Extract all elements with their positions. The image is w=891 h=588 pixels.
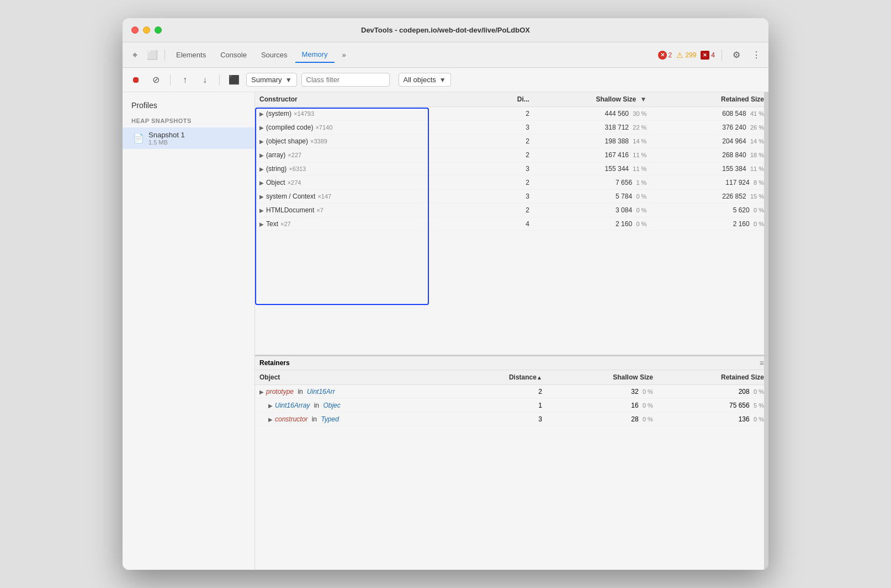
- object-name: constructor: [275, 415, 307, 423]
- in-text: in: [310, 415, 319, 423]
- more-icon[interactable]: ⋮: [749, 47, 764, 63]
- devtools-window: DevTools - codepen.io/web-dot-dev/live/P…: [123, 18, 768, 570]
- snapshot-icon: 📄: [133, 133, 144, 143]
- distance-cell: 2: [490, 148, 534, 162]
- constructor-name: HTMLDocument: [266, 206, 314, 214]
- tab-bar: Elements Console Sources Memory »: [169, 47, 353, 63]
- all-objects-dropdown[interactable]: All objects ▼: [399, 73, 451, 87]
- retainer-scrollbar[interactable]: [764, 356, 768, 570]
- minimize-button[interactable]: [143, 26, 150, 34]
- object-name: Uint16Array: [275, 402, 310, 409]
- error-badge-2[interactable]: ✕ 4: [701, 51, 715, 60]
- table-row[interactable]: ▶ (object shape) ×3389 2 198 388 14 % 20…: [255, 135, 768, 148]
- retainer-distance-cell: 2: [477, 385, 547, 399]
- count-label: ×147: [317, 193, 331, 200]
- tab-sources[interactable]: Sources: [254, 47, 294, 62]
- expand-arrow-icon[interactable]: ▶: [259, 207, 264, 213]
- retainer-shallow-cell: 16 0 %: [547, 399, 657, 413]
- heap-table: Constructor Di... Shallow Size ▼ Retaine…: [255, 92, 768, 231]
- collect-icon[interactable]: ⬛: [226, 72, 242, 88]
- table-row[interactable]: ▶ Object ×274 2 7 656 1 % 117 924 8 %: [255, 176, 768, 190]
- constructor-cell: ▶ (string) ×6313: [255, 162, 490, 176]
- table-row[interactable]: ▶ HTMLDocument ×7 2 3 084 0 % 5 620 0 %: [255, 204, 768, 217]
- snapshot-info: Snapshot 1 1.5 MB: [148, 131, 185, 146]
- constructor-name: system / Context: [266, 193, 315, 200]
- tab-elements[interactable]: Elements: [169, 47, 213, 62]
- settings-icon[interactable]: ⚙: [729, 47, 744, 63]
- expand-arrow-icon[interactable]: ▶: [259, 111, 264, 117]
- tab-memory[interactable]: Memory: [295, 47, 335, 63]
- shallow-cell: 7 656 1 %: [534, 176, 651, 190]
- distance-cell: 3: [490, 121, 534, 135]
- class-filter-input[interactable]: [301, 73, 390, 87]
- expand-arrow-icon[interactable]: ▶: [268, 416, 273, 423]
- expand-arrow-icon[interactable]: ▶: [259, 180, 264, 186]
- count-label: ×3389: [310, 138, 327, 145]
- retainer-section: Retainers ≡ Object Distance▲ Shallow Siz…: [255, 355, 768, 570]
- stop-icon[interactable]: ⊘: [148, 72, 163, 88]
- table-row[interactable]: ▶ (string) ×6313 3 155 344 11 % 155 384 …: [255, 162, 768, 176]
- summary-label: Summary: [251, 76, 282, 84]
- expand-arrow-icon[interactable]: ▶: [259, 152, 264, 158]
- record-icon[interactable]: ⏺: [128, 72, 144, 88]
- expand-arrow-icon[interactable]: ▶: [259, 221, 264, 227]
- count-label: ×14793: [294, 110, 314, 117]
- summary-dropdown[interactable]: Summary ▼: [246, 73, 297, 87]
- action-separator-1: [170, 74, 171, 85]
- snapshot-item[interactable]: 📄 Snapshot 1 1.5 MB: [123, 127, 254, 149]
- count-label: ×27: [280, 221, 291, 227]
- distance-cell: 3: [490, 162, 534, 176]
- shallow-cell: 2 160 0 %: [534, 217, 651, 231]
- retainer-row[interactable]: ▶ prototype in Uint16Arr 2 32 0 % 208 0 …: [255, 385, 768, 399]
- retained-cell: 608 548 41 %: [651, 107, 768, 121]
- vertical-scrollbar[interactable]: [764, 92, 768, 355]
- maximize-button[interactable]: [155, 26, 162, 34]
- expand-arrow-icon[interactable]: ▶: [259, 194, 264, 200]
- constructor-cell: ▶ (compiled code) ×7140: [255, 121, 490, 135]
- object-name: prototype: [266, 388, 294, 395]
- table-row[interactable]: ▶ (system) ×14793 2 444 560 30 % 608 548…: [255, 107, 768, 121]
- tab-console[interactable]: Console: [214, 47, 253, 62]
- col-retained: Retained Size: [651, 92, 768, 107]
- constructor-name: (string): [266, 165, 287, 173]
- count-label: ×6313: [289, 165, 306, 172]
- retainer-label: Retainers: [259, 359, 290, 367]
- count-label: ×274: [288, 179, 301, 186]
- warning-badge[interactable]: ⚠ 299: [676, 51, 696, 60]
- expand-arrow-icon[interactable]: ▶: [259, 166, 264, 172]
- retainer-object-cell: ▶ prototype in Uint16Arr: [255, 385, 477, 399]
- object-context: Uint16Arr: [307, 388, 335, 395]
- expand-arrow-icon[interactable]: ▶: [268, 403, 273, 409]
- table-row[interactable]: ▶ system / Context ×147 3 5 784 0 % 226 …: [255, 190, 768, 204]
- col-shallow[interactable]: Shallow Size ▼: [534, 92, 651, 107]
- download-icon[interactable]: ↓: [197, 72, 213, 88]
- tab-more[interactable]: »: [336, 47, 353, 62]
- close-button[interactable]: [131, 26, 139, 34]
- shallow-cell: 318 712 22 %: [534, 121, 651, 135]
- retainer-shallow-cell: 28 0 %: [547, 413, 657, 426]
- expand-arrow-icon[interactable]: ▶: [259, 138, 264, 145]
- table-row[interactable]: ▶ (compiled code) ×7140 3 318 712 22 % 3…: [255, 121, 768, 135]
- upload-icon[interactable]: ↑: [177, 72, 193, 88]
- retainer-row[interactable]: ▶ constructor in Typed 3 28 0 % 136 0 %: [255, 413, 768, 426]
- constructor-name: Object: [266, 179, 285, 186]
- retained-cell: 268 840 18 %: [651, 148, 768, 162]
- retained-cell: 155 384 11 %: [651, 162, 768, 176]
- expand-arrow-icon[interactable]: ▶: [259, 389, 264, 395]
- table-row[interactable]: ▶ (array) ×227 2 167 416 11 % 268 840 18…: [255, 148, 768, 162]
- constructor-name: (array): [266, 151, 285, 159]
- pointer-icon[interactable]: ⌖: [127, 47, 142, 63]
- expand-arrow-icon[interactable]: ▶: [259, 125, 264, 131]
- retainer-col-distance[interactable]: Distance▲: [477, 370, 547, 385]
- constructor-cell: ▶ (object shape) ×3389: [255, 135, 490, 148]
- retainer-retained-cell: 136 0 %: [657, 413, 768, 426]
- retained-cell: 226 852 15 %: [651, 190, 768, 204]
- distance-cell: 2: [490, 107, 534, 121]
- retainer-row[interactable]: ▶ Uint16Array in Objec 1 16 0 % 75 656 5…: [255, 399, 768, 413]
- retainer-col-shallow: Shallow Size: [547, 370, 657, 385]
- split-container: Constructor Di... Shallow Size ▼ Retaine…: [255, 92, 768, 570]
- inspect-icon[interactable]: ⬜: [145, 47, 160, 63]
- retainer-retained-cell: 75 656 5 %: [657, 399, 768, 413]
- table-row[interactable]: ▶ Text ×27 4 2 160 0 % 2 160 0 %: [255, 217, 768, 231]
- error-badge[interactable]: ✕ 2: [658, 51, 672, 60]
